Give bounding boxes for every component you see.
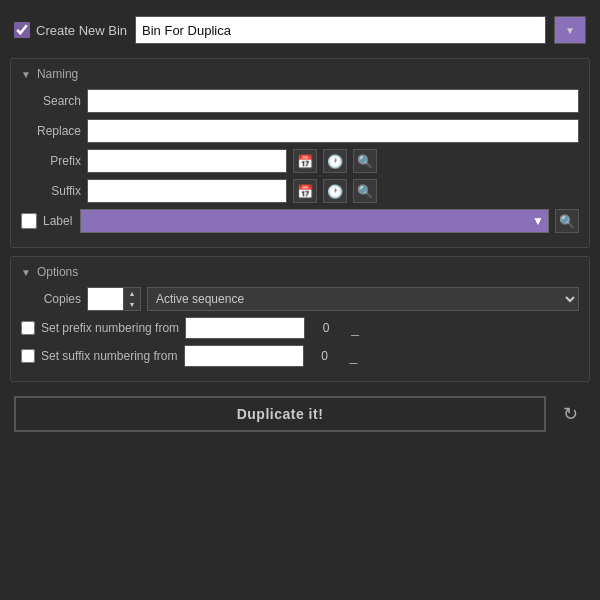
prefix-numbering-row: Set prefix numbering from 0 _ <box>21 317 579 339</box>
naming-toggle[interactable]: ▼ <box>21 69 31 80</box>
bin-name-input[interactable] <box>135 16 546 44</box>
prefix-from-number: 0 <box>311 321 341 335</box>
prefix-from-input[interactable] <box>185 317 305 339</box>
options-header: ▼ Options <box>21 265 579 279</box>
options-title: Options <box>37 265 78 279</box>
suffix-numbering-row: Set suffix numbering from 0 _ <box>21 345 579 367</box>
replace-row: Replace <box>21 119 579 143</box>
label-row: Label ▼ 🔍 <box>21 209 579 233</box>
copies-spinner-wrap: ▲ ▼ <box>87 287 141 311</box>
color-picker-button[interactable]: ▼ <box>554 16 586 44</box>
copies-label: Copies <box>21 292 81 306</box>
prefix-label: Prefix <box>21 154 81 168</box>
replace-label: Replace <box>21 124 81 138</box>
suffix-calendar-icon: 📅 <box>297 184 313 199</box>
sequence-select[interactable]: Active sequence <box>147 287 579 311</box>
prefix-input[interactable] <box>87 149 287 173</box>
color-dropdown-arrow: ▼ <box>565 25 575 36</box>
label-text: Label <box>43 214 72 228</box>
suffix-from-number: 0 <box>310 349 340 363</box>
search-input[interactable] <box>87 89 579 113</box>
copies-spinner-buttons: ▲ ▼ <box>123 288 140 310</box>
prefix-numbering-checkbox[interactable] <box>21 321 35 335</box>
label-search-button[interactable]: 🔍 <box>555 209 579 233</box>
replace-input[interactable] <box>87 119 579 143</box>
calendar-icon: 📅 <box>297 154 313 169</box>
suffix-numbering-label: Set suffix numbering from <box>41 349 178 363</box>
label-search-icon: 🔍 <box>559 214 575 229</box>
suffix-calendar-button[interactable]: 📅 <box>293 179 317 203</box>
create-new-bin-text: Create New Bin <box>36 23 127 38</box>
copies-input[interactable] <box>88 288 123 310</box>
options-section: ▼ Options Copies ▲ ▼ Active sequence Set… <box>10 256 590 382</box>
naming-title: Naming <box>37 67 78 81</box>
prefix-calendar-button[interactable]: 📅 <box>293 149 317 173</box>
create-new-bin-checkbox[interactable] <box>14 22 30 38</box>
prefix-clock-button[interactable]: 🕐 <box>323 149 347 173</box>
naming-section: ▼ Naming Search Replace Prefix 📅 🕐 🔍 <box>10 58 590 248</box>
suffix-dash-button[interactable]: _ <box>346 348 362 364</box>
search-label: Search <box>21 94 81 108</box>
suffix-search-button[interactable]: 🔍 <box>353 179 377 203</box>
prefix-dash-button[interactable]: _ <box>347 320 363 336</box>
prefix-numbering-label: Set prefix numbering from <box>41 321 179 335</box>
suffix-numbering-checkbox[interactable] <box>21 349 35 363</box>
create-new-bin-label: Create New Bin <box>14 22 127 38</box>
label-dropdown-arrow: ▼ <box>532 214 544 228</box>
refresh-button[interactable]: ↻ <box>554 398 586 430</box>
suffix-clock-button[interactable]: 🕐 <box>323 179 347 203</box>
clock-icon: 🕐 <box>327 154 343 169</box>
label-checkbox[interactable] <box>21 213 37 229</box>
suffix-clock-icon: 🕐 <box>327 184 343 199</box>
suffix-from-input[interactable] <box>184 345 304 367</box>
search-icon: 🔍 <box>357 154 373 169</box>
suffix-search-icon: 🔍 <box>357 184 373 199</box>
suffix-input[interactable] <box>87 179 287 203</box>
duplicate-button[interactable]: Duplicate it! <box>14 396 546 432</box>
main-container: Create New Bin ▼ ▼ Naming Search Replace… <box>0 0 600 600</box>
naming-header: ▼ Naming <box>21 67 579 81</box>
label-dropdown[interactable]: ▼ <box>80 209 549 233</box>
copies-down-button[interactable]: ▼ <box>124 299 140 310</box>
suffix-row: Suffix 📅 🕐 🔍 <box>21 179 579 203</box>
prefix-row: Prefix 📅 🕐 🔍 <box>21 149 579 173</box>
copies-up-button[interactable]: ▲ <box>124 288 140 299</box>
prefix-search-button[interactable]: 🔍 <box>353 149 377 173</box>
copies-row: Copies ▲ ▼ Active sequence <box>21 287 579 311</box>
top-bar: Create New Bin ▼ <box>10 10 590 50</box>
bottom-bar: Duplicate it! ↻ <box>10 390 590 438</box>
options-toggle[interactable]: ▼ <box>21 267 31 278</box>
search-row: Search <box>21 89 579 113</box>
suffix-label: Suffix <box>21 184 81 198</box>
